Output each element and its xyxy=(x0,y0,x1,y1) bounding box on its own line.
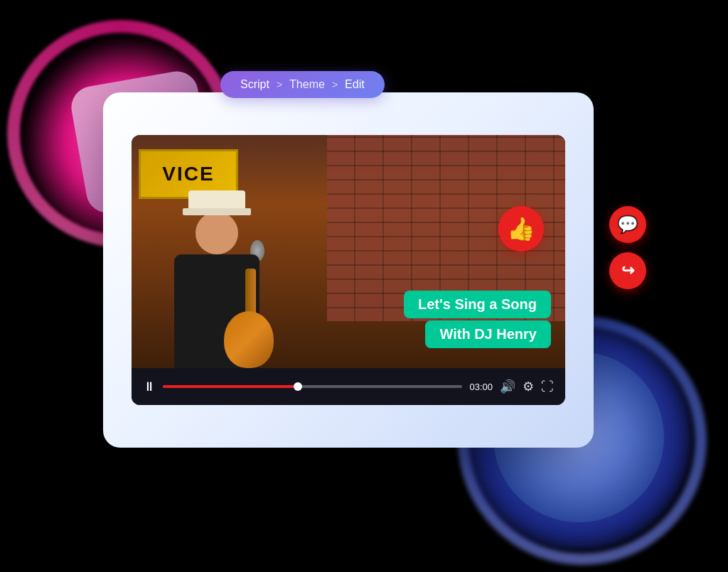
share-button[interactable]: ↪ xyxy=(609,252,646,289)
guitar-body xyxy=(224,311,274,368)
breadcrumb-edit[interactable]: Edit xyxy=(345,78,365,91)
fullscreen-button[interactable]: ⛶ xyxy=(541,379,554,394)
settings-button[interactable]: ⚙ xyxy=(523,379,534,394)
progress-dot xyxy=(294,382,302,391)
musician-figure xyxy=(174,212,259,368)
comment-icon: 💬 xyxy=(617,215,638,234)
sign-text: VICE xyxy=(162,163,214,185)
video-content: VICE xyxy=(132,135,565,368)
comment-button[interactable]: 💬 xyxy=(609,206,646,243)
breadcrumb: Script > Theme > Edit xyxy=(220,71,385,98)
subtitle-line-2: With DJ Henry xyxy=(425,320,551,348)
musician-body xyxy=(174,254,259,368)
progress-bar[interactable] xyxy=(163,385,462,388)
pause-button[interactable]: ⏸ xyxy=(143,379,156,394)
breadcrumb-sep-2: > xyxy=(332,79,338,90)
musician-hat xyxy=(188,190,245,215)
main-card: VICE xyxy=(103,92,594,448)
time-display: 03:00 xyxy=(469,382,493,392)
breadcrumb-theme[interactable]: Theme xyxy=(289,78,325,91)
share-icon: ↪ xyxy=(621,261,634,280)
progress-fill xyxy=(163,385,298,388)
volume-button[interactable]: 🔊 xyxy=(500,379,515,394)
breadcrumb-script[interactable]: Script xyxy=(240,78,269,91)
thumbs-up-icon: 👍 xyxy=(507,215,535,242)
guitar xyxy=(217,269,288,368)
subtitle-line-1: Let's Sing a Song xyxy=(404,291,551,318)
video-controls: ⏸ 03:00 🔊 ⚙ ⛶ xyxy=(132,368,565,405)
musician-head xyxy=(196,212,238,254)
breadcrumb-sep-1: > xyxy=(277,79,282,90)
video-scene: VICE xyxy=(132,135,565,368)
thumbs-up-badge: 👍 xyxy=(498,206,544,252)
video-player[interactable]: VICE xyxy=(132,135,565,405)
